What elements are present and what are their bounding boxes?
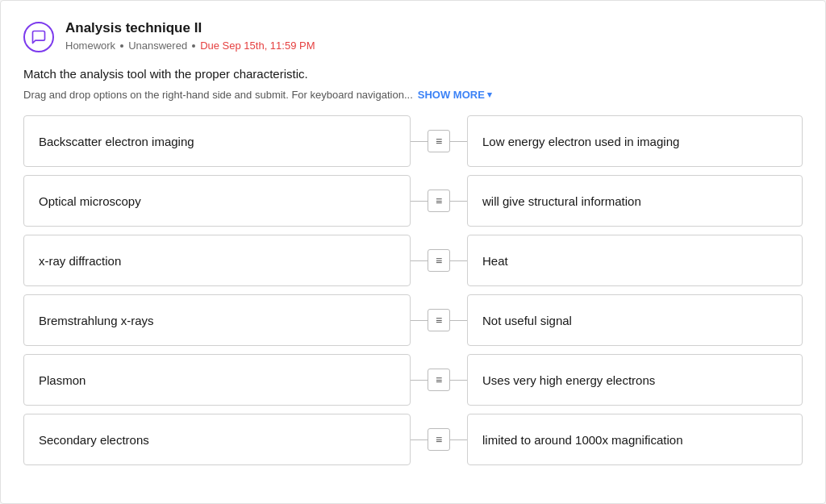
question-text: Match the analysis tool with the proper …	[23, 67, 803, 81]
right-item[interactable]: Low energy electron used in imaging	[467, 115, 803, 167]
chevron-down-icon: ▾	[487, 90, 492, 100]
match-row: Backscatter electron imaging ≡ Low energ…	[23, 115, 803, 167]
match-row: x-ray diffraction ≡ Heat	[23, 235, 803, 286]
drag-handle-icon: ≡	[436, 374, 442, 385]
connector: ≡	[411, 369, 467, 391]
right-item[interactable]: Uses very high energy electrons	[467, 354, 803, 406]
right-label: Heat	[482, 254, 508, 268]
drag-handle[interactable]: ≡	[428, 249, 450, 272]
left-item: Backscatter electron imaging	[23, 115, 411, 167]
right-item[interactable]: will give structural information	[467, 175, 803, 227]
drag-handle-icon: ≡	[436, 255, 442, 266]
drag-handle-icon: ≡	[436, 135, 442, 147]
left-label: Bremstrahlung x-rays	[39, 314, 154, 327]
dot-separator-2	[192, 44, 195, 48]
drag-handle[interactable]: ≡	[428, 130, 450, 152]
connector: ≡	[411, 249, 467, 272]
left-item: Plasmon	[23, 354, 411, 406]
show-more-button[interactable]: SHOW MORE ▾	[418, 89, 492, 101]
right-label: limited to around 1000x magnification	[482, 433, 682, 447]
match-row: Optical microscopy ≡ will give structura…	[23, 175, 803, 227]
right-label: will give structural information	[482, 194, 641, 208]
dot-separator-1	[120, 44, 123, 48]
right-item[interactable]: limited to around 1000x magnification	[467, 414, 803, 465]
left-item: x-ray diffraction	[23, 235, 411, 286]
question-meta: Analysis technique II Homework Unanswere…	[65, 20, 315, 52]
right-label: Low energy electron used in imaging	[482, 135, 679, 148]
question-header: Analysis technique II Homework Unanswere…	[23, 20, 803, 52]
question-title: Analysis technique II	[65, 20, 315, 36]
match-container: Backscatter electron imaging ≡ Low energ…	[23, 115, 803, 465]
right-label: Uses very high energy electrons	[482, 373, 655, 387]
due-date-label: Due Sep 15th, 11:59 PM	[200, 40, 315, 52]
match-row: Plasmon ≡ Uses very high energy electron…	[23, 354, 803, 406]
right-item[interactable]: Not useful signal	[467, 294, 803, 346]
connector: ≡	[411, 190, 467, 212]
question-card: Analysis technique II Homework Unanswere…	[0, 0, 826, 504]
drag-handle[interactable]: ≡	[428, 369, 450, 391]
drag-handle-icon: ≡	[436, 434, 442, 445]
drag-handle[interactable]: ≡	[428, 309, 450, 331]
right-item[interactable]: Heat	[467, 235, 803, 286]
left-label: Backscatter electron imaging	[39, 135, 194, 148]
question-subtitle: Homework Unanswered Due Sep 15th, 11:59 …	[65, 40, 315, 52]
left-item: Optical microscopy	[23, 175, 411, 227]
connector: ≡	[411, 309, 467, 331]
homework-label: Homework	[65, 40, 115, 52]
instruction-text: Drag and drop options on the right-hand …	[23, 89, 413, 101]
instruction-bar: Drag and drop options on the right-hand …	[23, 89, 803, 101]
left-item: Bremstrahlung x-rays	[23, 294, 411, 346]
match-row: Secondary electrons ≡ limited to around …	[23, 414, 803, 465]
match-row: Bremstrahlung x-rays ≡ Not useful signal	[23, 294, 803, 346]
drag-handle-icon: ≡	[436, 314, 442, 326]
left-label: Secondary electrons	[39, 433, 149, 447]
left-label: x-ray diffraction	[39, 254, 121, 268]
status-label: Unanswered	[128, 40, 187, 52]
right-label: Not useful signal	[482, 314, 572, 327]
left-label: Optical microscopy	[39, 194, 141, 208]
connector: ≡	[411, 130, 467, 152]
show-more-label: SHOW MORE	[418, 89, 485, 101]
connector: ≡	[411, 428, 467, 451]
question-icon	[23, 22, 54, 52]
left-item: Secondary electrons	[23, 414, 411, 465]
drag-handle-icon: ≡	[436, 195, 442, 206]
left-label: Plasmon	[39, 373, 86, 387]
drag-handle[interactable]: ≡	[428, 190, 450, 212]
drag-handle[interactable]: ≡	[428, 428, 450, 451]
